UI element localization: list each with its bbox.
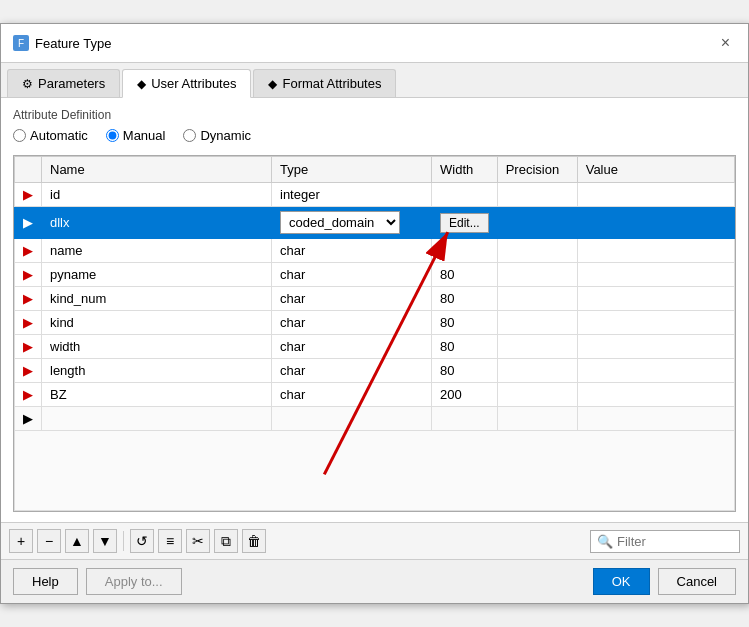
format-attr-icon: ◆ xyxy=(268,77,277,91)
radio-dynamic-input[interactable] xyxy=(183,129,196,142)
edit-button-dllx[interactable]: Edit... xyxy=(440,213,489,233)
cell-name-kindnum[interactable]: kind_num xyxy=(42,287,272,311)
cell-precision-kindnum[interactable] xyxy=(497,287,577,311)
cell-width-width[interactable]: 80 xyxy=(432,335,498,359)
close-button[interactable]: × xyxy=(715,32,736,54)
cell-name-bz[interactable]: BZ xyxy=(42,383,272,407)
table-row[interactable]: ▶ width char 80 xyxy=(15,335,735,359)
cell-name-length[interactable]: length xyxy=(42,359,272,383)
table-row-selected[interactable]: ▶ dllx coded_domain integer char Edit xyxy=(15,207,735,239)
align-button[interactable]: ≡ xyxy=(158,529,182,553)
table-row[interactable]: ▶ kind_num char 80 xyxy=(15,287,735,311)
row-arrow-length: ▶ xyxy=(15,359,42,383)
cancel-button[interactable]: Cancel xyxy=(658,568,736,595)
cell-value-id[interactable] xyxy=(577,183,734,207)
table-row[interactable]: ▶ pyname char 80 xyxy=(15,263,735,287)
apply-button[interactable]: Apply to... xyxy=(86,568,182,595)
parameters-icon: ⚙ xyxy=(22,77,33,91)
copy-button[interactable]: ⧉ xyxy=(214,529,238,553)
help-button[interactable]: Help xyxy=(13,568,78,595)
cut-button[interactable]: ✂ xyxy=(186,529,210,553)
feature-type-window: F Feature Type × ⚙ Parameters ◆ User Att… xyxy=(0,23,749,604)
cell-width-length[interactable]: 80 xyxy=(432,359,498,383)
row-arrow-kind: ▶ xyxy=(15,311,42,335)
cell-type-kindnum[interactable]: char xyxy=(272,287,432,311)
cell-type-length[interactable]: char xyxy=(272,359,432,383)
tab-parameters[interactable]: ⚙ Parameters xyxy=(7,69,120,97)
filter-box: 🔍 xyxy=(590,530,740,553)
search-icon: 🔍 xyxy=(597,534,613,549)
cell-value-width[interactable] xyxy=(577,335,734,359)
cell-name-width[interactable]: width xyxy=(42,335,272,359)
cell-type-bz[interactable]: char xyxy=(272,383,432,407)
cell-empty-precision[interactable] xyxy=(497,407,577,431)
tab-parameters-label: Parameters xyxy=(38,76,105,91)
radio-automatic-input[interactable] xyxy=(13,129,26,142)
cell-precision-name[interactable] xyxy=(497,239,577,263)
cell-value-kindnum[interactable] xyxy=(577,287,734,311)
cell-empty-name[interactable] xyxy=(42,407,272,431)
cell-width-pyname[interactable]: 80 xyxy=(432,263,498,287)
cell-type-id[interactable]: integer xyxy=(272,183,432,207)
cell-name-name[interactable]: name xyxy=(42,239,272,263)
cell-width-bz[interactable]: 200 xyxy=(432,383,498,407)
add-row-button[interactable]: + xyxy=(9,529,33,553)
radio-automatic-label: Automatic xyxy=(30,128,88,143)
radio-automatic[interactable]: Automatic xyxy=(13,128,88,143)
cell-width-kind[interactable]: 80 xyxy=(432,311,498,335)
cell-empty-value[interactable] xyxy=(577,407,734,431)
cell-value-kind[interactable] xyxy=(577,311,734,335)
tab-content: Attribute Definition Automatic Manual Dy… xyxy=(1,98,748,522)
move-down-button[interactable]: ▼ xyxy=(93,529,117,553)
cell-width-dllx[interactable]: Edit... xyxy=(432,207,498,239)
cell-type-pyname[interactable]: char xyxy=(272,263,432,287)
cell-value-pyname[interactable] xyxy=(577,263,734,287)
cell-value-name[interactable] xyxy=(577,239,734,263)
cell-value-dllx[interactable] xyxy=(577,207,734,239)
cell-precision-width[interactable] xyxy=(497,335,577,359)
ok-button[interactable]: OK xyxy=(593,568,650,595)
row-arrow-name: ▶ xyxy=(15,239,42,263)
cell-value-bz[interactable] xyxy=(577,383,734,407)
cell-name-dllx[interactable]: dllx xyxy=(42,207,272,239)
table-row[interactable]: ▶ length char 80 xyxy=(15,359,735,383)
move-up-button[interactable]: ▲ xyxy=(65,529,89,553)
cell-precision-length[interactable] xyxy=(497,359,577,383)
cell-type-width[interactable]: char xyxy=(272,335,432,359)
cell-type-dllx[interactable]: coded_domain integer char xyxy=(272,207,432,239)
cell-precision-dllx[interactable] xyxy=(497,207,577,239)
row-arrow-dllx: ▶ xyxy=(15,207,42,239)
cell-name-kind[interactable]: kind xyxy=(42,311,272,335)
cell-precision-pyname[interactable] xyxy=(497,263,577,287)
cell-precision-bz[interactable] xyxy=(497,383,577,407)
cell-value-length[interactable] xyxy=(577,359,734,383)
cell-empty-type[interactable] xyxy=(272,407,432,431)
table-row[interactable]: ▶ id integer xyxy=(15,183,735,207)
row-arrow-id: ▶ xyxy=(15,183,42,207)
delete-button[interactable]: 🗑 xyxy=(242,529,266,553)
cell-precision-id[interactable] xyxy=(497,183,577,207)
window-title: Feature Type xyxy=(35,36,111,51)
cell-name-pyname[interactable]: pyname xyxy=(42,263,272,287)
remove-row-button[interactable]: − xyxy=(37,529,61,553)
type-select-dllx[interactable]: coded_domain integer char xyxy=(280,211,400,234)
reset-button[interactable]: ↺ xyxy=(130,529,154,553)
tab-format-attributes[interactable]: ◆ Format Attributes xyxy=(253,69,396,97)
table-row[interactable]: ▶ BZ char 200 xyxy=(15,383,735,407)
cell-empty-width[interactable] xyxy=(432,407,498,431)
tab-user-attributes[interactable]: ◆ User Attributes xyxy=(122,69,251,98)
cell-width-kindnum[interactable]: 80 xyxy=(432,287,498,311)
table-row[interactable]: ▶ kind char 80 xyxy=(15,311,735,335)
radio-dynamic[interactable]: Dynamic xyxy=(183,128,251,143)
cell-name-id[interactable]: id xyxy=(42,183,272,207)
filter-input[interactable] xyxy=(617,534,737,549)
table-toolbar: + − ▲ ▼ ↺ ≡ ✂ ⧉ 🗑 🔍 xyxy=(1,522,748,559)
cell-type-name[interactable]: char xyxy=(272,239,432,263)
radio-manual-input[interactable] xyxy=(106,129,119,142)
table-row[interactable]: ▶ name char xyxy=(15,239,735,263)
cell-width-id[interactable] xyxy=(432,183,498,207)
cell-type-kind[interactable]: char xyxy=(272,311,432,335)
cell-width-name[interactable] xyxy=(432,239,498,263)
cell-precision-kind[interactable] xyxy=(497,311,577,335)
radio-manual[interactable]: Manual xyxy=(106,128,166,143)
